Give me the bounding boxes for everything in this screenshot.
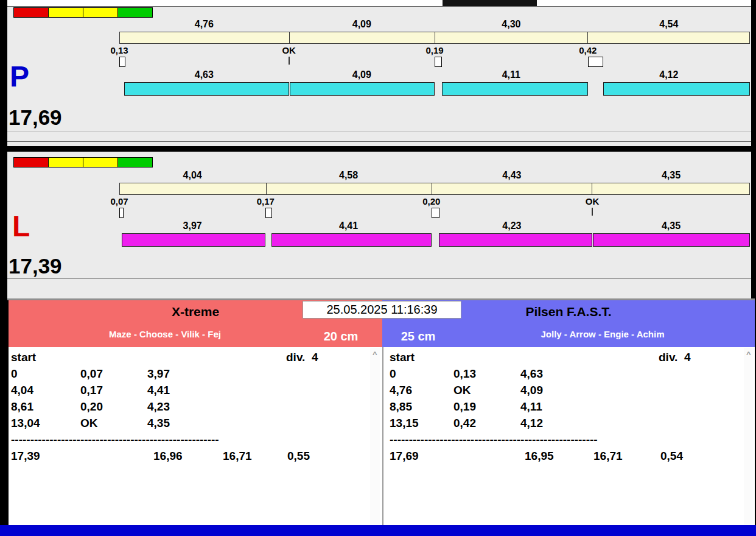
offset-label: 0,07 xyxy=(110,196,128,206)
result-cell: 4,12 xyxy=(520,417,543,430)
lane-value: 4,35 xyxy=(592,170,750,181)
result-cell: 4,63 xyxy=(520,367,543,381)
p-lane-values-row: 4,76 4,09 4,30 4,54 xyxy=(119,19,750,30)
p-lane-bar xyxy=(119,32,750,44)
left-distance-label: 20 cm xyxy=(313,330,368,344)
lane-value: 4,54 xyxy=(588,19,750,30)
run-bar-segment xyxy=(442,82,588,96)
lane-value: 4,04 xyxy=(119,170,265,181)
start-label: start xyxy=(11,351,36,364)
div-label: div. 4 xyxy=(286,351,318,364)
result-cell: 0,13 xyxy=(453,367,476,381)
result-cell: 0 xyxy=(11,367,18,381)
offset-indicator-box xyxy=(265,208,272,218)
dashed-separator: ----------------------------------------… xyxy=(390,433,598,446)
right-distance-label: 25 cm xyxy=(391,330,446,344)
lane-value: 4,76 xyxy=(119,19,289,30)
run-value: 4,35 xyxy=(592,220,750,231)
app-window: 4,76 4,09 4,30 4,54 0,13 OK 0,19 0,42 4,… xyxy=(0,0,756,536)
p-run-bars xyxy=(119,82,750,96)
section-divider xyxy=(7,146,751,152)
run-bar-segment xyxy=(271,233,431,247)
divider-line xyxy=(7,132,751,132)
status-indicator-yellow xyxy=(48,7,83,18)
run-value: 4,09 xyxy=(289,69,435,80)
run-bar-segment xyxy=(439,233,592,247)
window-title-area xyxy=(443,0,537,6)
total-cell: 0,55 xyxy=(287,450,310,463)
lane-bar-segment xyxy=(435,32,587,43)
run-value: 4,63 xyxy=(119,69,289,80)
bottom-taskbar-strip xyxy=(0,525,756,536)
p-total-time: 17,69 xyxy=(9,107,62,128)
total-cell: 17,39 xyxy=(11,450,40,463)
status-indicator-red xyxy=(13,7,49,18)
l-total-time: 17,39 xyxy=(9,255,62,277)
status-indicator-red xyxy=(13,157,49,168)
result-cell: 3,97 xyxy=(147,367,170,381)
offset-ok-tick xyxy=(592,208,593,216)
result-cell: 0,07 xyxy=(80,367,103,381)
result-cell: 13,15 xyxy=(390,417,419,430)
l-lane-bar xyxy=(119,183,750,195)
left-team-players: Maze - Choose - Vilik - Fej xyxy=(9,329,321,339)
offset-label: 0,42 xyxy=(579,45,597,55)
result-cell: 0,42 xyxy=(453,417,476,430)
divider-line xyxy=(7,141,751,142)
result-cell: 0,19 xyxy=(453,400,476,414)
total-cell: 16,71 xyxy=(593,450,623,463)
result-cell: 0,17 xyxy=(80,384,103,397)
lane-bar-segment xyxy=(432,183,592,194)
lane-value: 4,58 xyxy=(265,170,431,181)
offset-indicator-box xyxy=(119,57,125,67)
left-panel-scrollbar[interactable]: ^ xyxy=(370,348,380,524)
result-cell: 8,61 xyxy=(11,400,33,414)
offset-indicator-box xyxy=(588,57,603,67)
right-panel-scrollbar[interactable]: ^ xyxy=(744,348,754,524)
result-cell: OK xyxy=(453,384,471,397)
offset-label: 0,17 xyxy=(257,196,275,206)
run-value: 4,11 xyxy=(435,69,588,80)
result-cell: 4,04 xyxy=(11,384,33,397)
scroll-up-icon[interactable]: ^ xyxy=(373,350,377,359)
lane-value: 4,09 xyxy=(289,19,435,30)
offset-label: OK xyxy=(586,196,600,206)
run-bar-segment xyxy=(603,82,750,96)
l-bar-zone: 4,04 4,58 4,43 4,35 0,07 0,17 0,20 OK 3,… xyxy=(119,170,750,249)
result-cell: 8,85 xyxy=(390,400,412,414)
offset-ok-tick xyxy=(289,57,290,65)
lane-bar-segment xyxy=(120,32,289,43)
result-cell: 4,09 xyxy=(520,384,543,397)
offset-indicator-box xyxy=(435,57,442,67)
offset-label: OK xyxy=(282,45,296,55)
l-run-values-row: 3,97 4,41 4,23 4,35 xyxy=(119,220,750,231)
l-lane-values-row: 4,04 4,58 4,43 4,35 xyxy=(119,170,750,181)
player-letter-l: L xyxy=(12,212,30,241)
offset-indicator-box xyxy=(119,208,124,218)
lane-value: 4,30 xyxy=(435,19,588,30)
status-indicator-yellow xyxy=(83,7,118,18)
p-run-values-row: 4,63 4,09 4,11 4,12 xyxy=(119,69,750,80)
total-cell: 16,96 xyxy=(153,450,183,463)
div-label: div. 4 xyxy=(659,351,690,364)
right-results-panel: start div. 4 0 0,13 4,63 4,76 OK 4,09 8,… xyxy=(383,347,755,525)
run-bar-segment xyxy=(290,82,435,96)
scroll-up-icon[interactable]: ^ xyxy=(746,350,751,359)
result-cell: 0 xyxy=(390,367,396,381)
lane-bar-segment xyxy=(289,32,435,43)
offset-label: 0,19 xyxy=(425,45,443,55)
divider-line xyxy=(7,278,751,279)
lane-bar-segment xyxy=(592,183,749,194)
player-letter-p: P xyxy=(10,62,29,91)
lane-bar-segment xyxy=(266,183,432,194)
run-bar-segment xyxy=(122,233,265,247)
right-team-players: Jolly - Arrow - Engie - Achim xyxy=(450,329,755,339)
l-run-bars xyxy=(119,233,750,247)
lane-bar-segment xyxy=(587,32,749,43)
status-indicator-yellow xyxy=(48,157,83,168)
run-value: 4,23 xyxy=(432,220,592,231)
menu-bar-remnant xyxy=(7,0,751,6)
offset-label: 0,13 xyxy=(110,45,128,55)
total-cell: 17,69 xyxy=(390,450,419,463)
start-label: start xyxy=(390,351,415,364)
